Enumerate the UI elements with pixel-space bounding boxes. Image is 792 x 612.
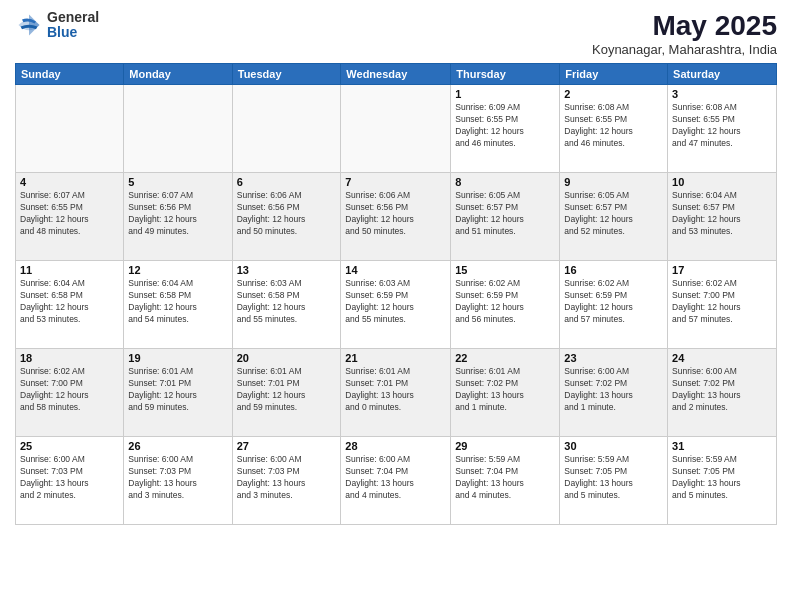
day-number: 26 <box>128 440 227 452</box>
day-info: Sunrise: 6:01 AM Sunset: 7:01 PM Dayligh… <box>345 366 446 414</box>
col-wednesday: Wednesday <box>341 64 451 85</box>
day-info: Sunrise: 6:00 AM Sunset: 7:02 PM Dayligh… <box>564 366 663 414</box>
table-row: 14Sunrise: 6:03 AM Sunset: 6:59 PM Dayli… <box>341 261 451 349</box>
day-number: 7 <box>345 176 446 188</box>
calendar-header-row: Sunday Monday Tuesday Wednesday Thursday… <box>16 64 777 85</box>
day-number: 6 <box>237 176 337 188</box>
day-info: Sunrise: 5:59 AM Sunset: 7:05 PM Dayligh… <box>672 454 772 502</box>
table-row <box>232 85 341 173</box>
table-row: 10Sunrise: 6:04 AM Sunset: 6:57 PM Dayli… <box>668 173 777 261</box>
day-number: 20 <box>237 352 337 364</box>
day-info: Sunrise: 5:59 AM Sunset: 7:05 PM Dayligh… <box>564 454 663 502</box>
day-info: Sunrise: 6:02 AM Sunset: 6:59 PM Dayligh… <box>564 278 663 326</box>
day-info: Sunrise: 6:00 AM Sunset: 7:04 PM Dayligh… <box>345 454 446 502</box>
table-row: 24Sunrise: 6:00 AM Sunset: 7:02 PM Dayli… <box>668 349 777 437</box>
day-number: 11 <box>20 264 119 276</box>
table-row: 16Sunrise: 6:02 AM Sunset: 6:59 PM Dayli… <box>560 261 668 349</box>
day-number: 31 <box>672 440 772 452</box>
day-info: Sunrise: 6:08 AM Sunset: 6:55 PM Dayligh… <box>672 102 772 150</box>
calendar-week-row: 11Sunrise: 6:04 AM Sunset: 6:58 PM Dayli… <box>16 261 777 349</box>
day-number: 25 <box>20 440 119 452</box>
day-info: Sunrise: 6:02 AM Sunset: 7:00 PM Dayligh… <box>20 366 119 414</box>
day-number: 16 <box>564 264 663 276</box>
table-row <box>124 85 232 173</box>
day-number: 23 <box>564 352 663 364</box>
table-row: 17Sunrise: 6:02 AM Sunset: 7:00 PM Dayli… <box>668 261 777 349</box>
table-row: 4Sunrise: 6:07 AM Sunset: 6:55 PM Daylig… <box>16 173 124 261</box>
col-saturday: Saturday <box>668 64 777 85</box>
day-info: Sunrise: 6:00 AM Sunset: 7:03 PM Dayligh… <box>128 454 227 502</box>
table-row: 15Sunrise: 6:02 AM Sunset: 6:59 PM Dayli… <box>451 261 560 349</box>
table-row: 27Sunrise: 6:00 AM Sunset: 7:03 PM Dayli… <box>232 437 341 525</box>
col-thursday: Thursday <box>451 64 560 85</box>
day-info: Sunrise: 6:02 AM Sunset: 6:59 PM Dayligh… <box>455 278 555 326</box>
logo: General Blue <box>15 10 99 41</box>
day-info: Sunrise: 6:04 AM Sunset: 6:57 PM Dayligh… <box>672 190 772 238</box>
calendar-week-row: 1Sunrise: 6:09 AM Sunset: 6:55 PM Daylig… <box>16 85 777 173</box>
table-row: 29Sunrise: 5:59 AM Sunset: 7:04 PM Dayli… <box>451 437 560 525</box>
table-row: 25Sunrise: 6:00 AM Sunset: 7:03 PM Dayli… <box>16 437 124 525</box>
day-number: 12 <box>128 264 227 276</box>
location-title: Koynanagar, Maharashtra, India <box>592 42 777 57</box>
table-row <box>16 85 124 173</box>
day-number: 8 <box>455 176 555 188</box>
day-number: 14 <box>345 264 446 276</box>
table-row <box>341 85 451 173</box>
day-info: Sunrise: 6:05 AM Sunset: 6:57 PM Dayligh… <box>564 190 663 238</box>
table-row: 5Sunrise: 6:07 AM Sunset: 6:56 PM Daylig… <box>124 173 232 261</box>
day-number: 9 <box>564 176 663 188</box>
day-info: Sunrise: 6:01 AM Sunset: 7:02 PM Dayligh… <box>455 366 555 414</box>
table-row: 12Sunrise: 6:04 AM Sunset: 6:58 PM Dayli… <box>124 261 232 349</box>
table-row: 13Sunrise: 6:03 AM Sunset: 6:58 PM Dayli… <box>232 261 341 349</box>
table-row: 19Sunrise: 6:01 AM Sunset: 7:01 PM Dayli… <box>124 349 232 437</box>
table-row: 6Sunrise: 6:06 AM Sunset: 6:56 PM Daylig… <box>232 173 341 261</box>
day-info: Sunrise: 6:00 AM Sunset: 7:02 PM Dayligh… <box>672 366 772 414</box>
day-info: Sunrise: 6:09 AM Sunset: 6:55 PM Dayligh… <box>455 102 555 150</box>
table-row: 26Sunrise: 6:00 AM Sunset: 7:03 PM Dayli… <box>124 437 232 525</box>
day-info: Sunrise: 6:06 AM Sunset: 6:56 PM Dayligh… <box>237 190 337 238</box>
day-info: Sunrise: 6:07 AM Sunset: 6:55 PM Dayligh… <box>20 190 119 238</box>
table-row: 20Sunrise: 6:01 AM Sunset: 7:01 PM Dayli… <box>232 349 341 437</box>
logo-general-text: General <box>47 10 99 25</box>
col-monday: Monday <box>124 64 232 85</box>
day-info: Sunrise: 6:03 AM Sunset: 6:58 PM Dayligh… <box>237 278 337 326</box>
month-title: May 2025 <box>592 10 777 42</box>
day-number: 19 <box>128 352 227 364</box>
day-number: 22 <box>455 352 555 364</box>
table-row: 7Sunrise: 6:06 AM Sunset: 6:56 PM Daylig… <box>341 173 451 261</box>
day-info: Sunrise: 6:02 AM Sunset: 7:00 PM Dayligh… <box>672 278 772 326</box>
table-row: 23Sunrise: 6:00 AM Sunset: 7:02 PM Dayli… <box>560 349 668 437</box>
logo-text: General Blue <box>47 10 99 41</box>
table-row: 30Sunrise: 5:59 AM Sunset: 7:05 PM Dayli… <box>560 437 668 525</box>
day-info: Sunrise: 6:05 AM Sunset: 6:57 PM Dayligh… <box>455 190 555 238</box>
day-info: Sunrise: 6:01 AM Sunset: 7:01 PM Dayligh… <box>237 366 337 414</box>
day-number: 2 <box>564 88 663 100</box>
day-number: 18 <box>20 352 119 364</box>
table-row: 22Sunrise: 6:01 AM Sunset: 7:02 PM Dayli… <box>451 349 560 437</box>
day-number: 1 <box>455 88 555 100</box>
col-friday: Friday <box>560 64 668 85</box>
day-info: Sunrise: 6:00 AM Sunset: 7:03 PM Dayligh… <box>237 454 337 502</box>
day-number: 27 <box>237 440 337 452</box>
day-info: Sunrise: 6:06 AM Sunset: 6:56 PM Dayligh… <box>345 190 446 238</box>
title-block: May 2025 Koynanagar, Maharashtra, India <box>592 10 777 57</box>
table-row: 8Sunrise: 6:05 AM Sunset: 6:57 PM Daylig… <box>451 173 560 261</box>
calendar-table: Sunday Monday Tuesday Wednesday Thursday… <box>15 63 777 525</box>
calendar-week-row: 25Sunrise: 6:00 AM Sunset: 7:03 PM Dayli… <box>16 437 777 525</box>
table-row: 21Sunrise: 6:01 AM Sunset: 7:01 PM Dayli… <box>341 349 451 437</box>
day-info: Sunrise: 6:04 AM Sunset: 6:58 PM Dayligh… <box>128 278 227 326</box>
day-info: Sunrise: 6:03 AM Sunset: 6:59 PM Dayligh… <box>345 278 446 326</box>
col-tuesday: Tuesday <box>232 64 341 85</box>
page: General Blue May 2025 Koynanagar, Mahara… <box>0 0 792 612</box>
day-info: Sunrise: 6:07 AM Sunset: 6:56 PM Dayligh… <box>128 190 227 238</box>
day-info: Sunrise: 6:00 AM Sunset: 7:03 PM Dayligh… <box>20 454 119 502</box>
table-row: 28Sunrise: 6:00 AM Sunset: 7:04 PM Dayli… <box>341 437 451 525</box>
table-row: 11Sunrise: 6:04 AM Sunset: 6:58 PM Dayli… <box>16 261 124 349</box>
col-sunday: Sunday <box>16 64 124 85</box>
day-number: 3 <box>672 88 772 100</box>
day-number: 29 <box>455 440 555 452</box>
table-row: 31Sunrise: 5:59 AM Sunset: 7:05 PM Dayli… <box>668 437 777 525</box>
day-info: Sunrise: 5:59 AM Sunset: 7:04 PM Dayligh… <box>455 454 555 502</box>
table-row: 1Sunrise: 6:09 AM Sunset: 6:55 PM Daylig… <box>451 85 560 173</box>
day-number: 28 <box>345 440 446 452</box>
